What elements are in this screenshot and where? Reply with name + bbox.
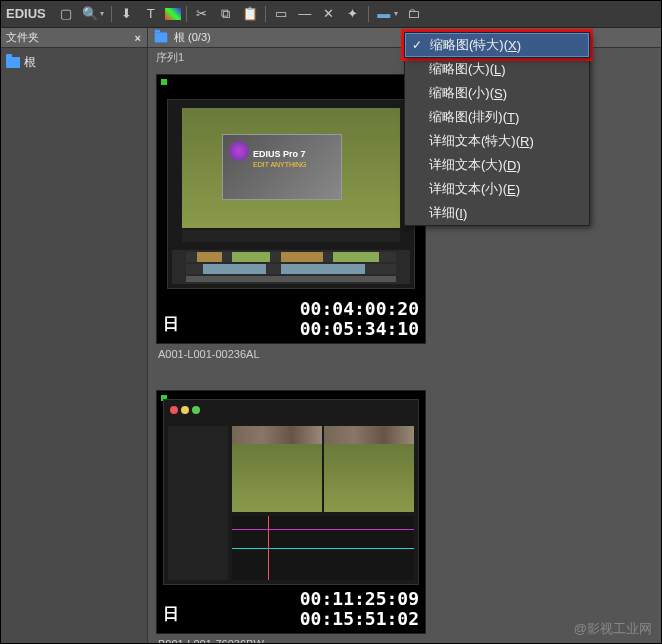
dropdown-icon[interactable]: ▾ <box>394 9 402 18</box>
clip-thumbnail: EDIUS Pro 7 EDIT ANYTHING 日 <box>156 74 426 344</box>
menu-item-view[interactable]: 详细文本(大)(D) <box>405 153 589 177</box>
folder-icon <box>6 57 20 68</box>
folder-tree: 根 <box>0 48 147 77</box>
view-menu-rest: 缩略图(大)(L)缩略图(小)(S)缩略图(排列)(T)详细文本(特大)(R)详… <box>404 56 590 226</box>
timecode: 00:04:00:20 00:05:34:10 <box>300 299 419 339</box>
dropdown-icon[interactable]: ▾ <box>100 9 108 18</box>
clip-item[interactable]: EDIUS Pro 7 EDIT ANYTHING 日 <box>156 74 426 364</box>
view-menu: ✓缩略图(特大)(X) <box>404 32 590 58</box>
color-icon[interactable] <box>165 8 181 20</box>
menu-item-view[interactable]: 详细文本(特大)(R) <box>405 129 589 153</box>
tree-root[interactable]: 根 <box>6 52 141 73</box>
folder-icon <box>155 33 168 43</box>
search-icon[interactable]: 🔍 <box>80 4 100 24</box>
menu-item-view[interactable]: 详细(I) <box>405 201 589 225</box>
view-icon[interactable]: ▬ <box>374 4 394 24</box>
tree-root-label: 根 <box>24 54 36 71</box>
clip-item[interactable]: 日 00:11:25:09 00:15:51:02 B001-L001-7603… <box>156 390 426 644</box>
import-icon[interactable]: ⬇ <box>117 4 137 24</box>
clip-thumbnail: 日 00:11:25:09 00:15:51:02 <box>156 390 426 634</box>
minus-icon[interactable]: — <box>295 4 315 24</box>
tools-icon[interactable]: 🗀 <box>404 4 424 24</box>
menu-item-view[interactable]: 缩略图(小)(S) <box>405 81 589 105</box>
close-icon[interactable]: ✕ <box>319 4 339 24</box>
copy-icon[interactable]: ⧉ <box>216 4 236 24</box>
clip-name: B001-L001-76036BW <box>156 634 426 644</box>
menu-item-view[interactable]: ✓缩略图(特大)(X) <box>405 33 589 57</box>
folder-icon[interactable]: ▢ <box>56 4 76 24</box>
cut-icon[interactable]: ✂ <box>192 4 212 24</box>
folder-panel: 文件夹 × 根 <box>0 28 148 644</box>
app-name: EDIUS <box>6 6 46 21</box>
bin-icon[interactable]: ▭ <box>271 4 291 24</box>
properties-icon[interactable]: ✦ <box>343 4 363 24</box>
menu-item-view[interactable]: 详细文本(小)(E) <box>405 177 589 201</box>
menu-item-view[interactable]: 缩略图(排列)(T) <box>405 105 589 129</box>
text-icon[interactable]: T <box>141 4 161 24</box>
clip-name: A001-L001-00236AL <box>156 344 426 364</box>
close-panel-icon[interactable]: × <box>135 32 141 44</box>
sequence-label: 序列1 <box>156 50 184 65</box>
main-toolbar: EDIUS ▢ 🔍 ▾ ⬇ T ✂ ⧉ 📋 ▭ — ✕ ✦ ▬ ▾ 🗀 <box>0 0 662 28</box>
timecode: 00:11:25:09 00:15:51:02 <box>300 589 419 629</box>
watermark: @影视工业网 <box>574 620 652 638</box>
folder-panel-title: 文件夹 <box>6 30 39 45</box>
paste-icon[interactable]: 📋 <box>240 4 260 24</box>
folder-panel-tab[interactable]: 文件夹 × <box>0 28 147 48</box>
day-icon: 日 <box>163 314 179 335</box>
bin-title: 根 (0/3) <box>174 30 211 45</box>
thumb-content: EDIUS Pro 7 EDIT ANYTHING <box>167 99 415 289</box>
status-dot <box>161 79 167 85</box>
thumb-content <box>163 399 419 585</box>
highlight-box: ✓缩略图(特大)(X) <box>401 29 593 61</box>
day-icon: 日 <box>163 604 179 625</box>
